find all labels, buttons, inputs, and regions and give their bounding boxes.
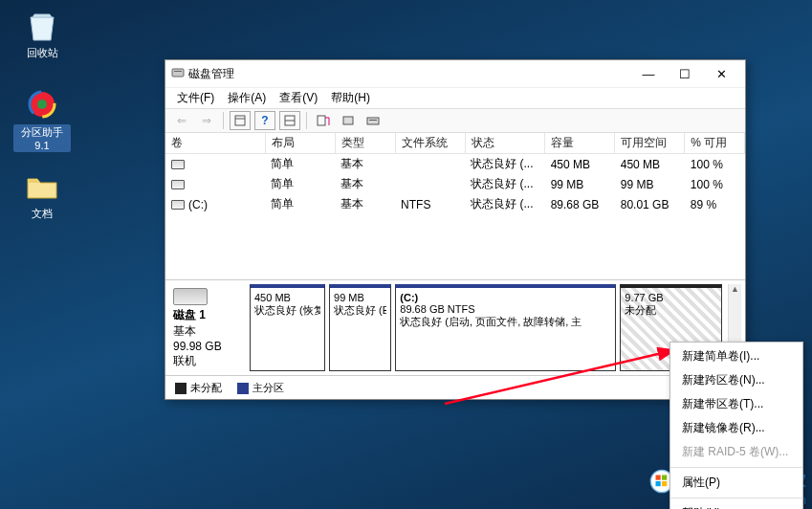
svg-rect-19: [662, 481, 667, 486]
col-free[interactable]: 可用空间: [615, 133, 685, 154]
app-icon: [171, 66, 185, 82]
disk-icon: [173, 288, 208, 305]
toolbar-btn-6[interactable]: [362, 111, 384, 130]
menu-file[interactable]: 文件(F): [177, 90, 214, 106]
desktop-icon-partition-assistant[interactable]: 分区助手 9.1: [13, 86, 71, 152]
svg-rect-16: [655, 476, 660, 480]
desktop-icon-label: 回收站: [13, 46, 71, 60]
disk-status: 联机: [173, 353, 240, 369]
toolbar-btn-3[interactable]: [279, 111, 300, 130]
svg-rect-4: [172, 69, 184, 77]
col-layout[interactable]: 布局: [265, 133, 335, 154]
titlebar[interactable]: 磁盘管理 — ☐ ✕: [165, 60, 745, 87]
svg-rect-13: [369, 120, 377, 121]
svg-rect-5: [174, 71, 182, 72]
forward-button[interactable]: ⇒: [196, 111, 217, 130]
table-row[interactable]: (C:)简单基本NTFS状态良好 (...89.68 GB80.01 GB89 …: [165, 194, 745, 214]
toolbar: ⇐ ⇒ ?: [165, 108, 745, 133]
disk-info[interactable]: 磁盘 1 基本 99.98 GB 联机: [169, 284, 244, 371]
partition-primary[interactable]: (C:)89.68 GB NTFS状态良好 (启动, 页面文件, 故障转储, 主: [395, 284, 616, 371]
svg-rect-12: [367, 118, 379, 124]
disk-label: 磁盘 1: [173, 307, 240, 323]
toolbar-btn-help[interactable]: ?: [254, 111, 275, 130]
desktop-icon-documents[interactable]: 文档: [13, 168, 71, 221]
desktop-icon-recycle-bin[interactable]: 回收站: [13, 8, 71, 60]
table-row[interactable]: 简单基本状态良好 (...99 MB99 MB100 %: [165, 174, 745, 194]
volume-table: 卷 布局 类型 文件系统 状态 容量 可用空间 % 可用 简单基本状态良好 (.…: [165, 133, 745, 214]
desktop-icon-label: 分区助手 9.1: [13, 124, 71, 152]
context-menu-item: 新建 RAID-5 卷(W)...: [670, 440, 802, 464]
context-menu-item[interactable]: 新建镜像卷(R)...: [670, 416, 802, 440]
context-menu-item[interactable]: 新建跨区卷(N)...: [670, 368, 802, 392]
col-capacity[interactable]: 容量: [545, 133, 615, 154]
disk-size: 99.98 GB: [173, 340, 240, 353]
context-menu: 新建简单卷(I)...新建跨区卷(N)...新建带区卷(T)...新建镜像卷(R…: [669, 342, 803, 509]
toolbar-btn-1[interactable]: [230, 111, 251, 130]
desktop-icon-label: 文档: [13, 207, 71, 221]
svg-rect-11: [343, 117, 353, 124]
toolbar-btn-5[interactable]: [338, 111, 359, 130]
context-menu-item[interactable]: 新建带区卷(T)...: [670, 392, 802, 416]
scroll-up-icon[interactable]: ▲: [731, 284, 739, 294]
context-menu-item[interactable]: 新建简单卷(I)...: [670, 344, 802, 368]
menu-view[interactable]: 查看(V): [279, 90, 318, 106]
svg-rect-10: [318, 116, 325, 125]
col-status[interactable]: 状态: [465, 133, 545, 154]
context-menu-item[interactable]: 帮助(H): [670, 501, 802, 509]
disk-type: 基本: [173, 323, 240, 340]
disk-management-window: 磁盘管理 — ☐ ✕ 文件(F) 操作(A) 查看(V) 帮助(H) ⇐ ⇒ ?: [165, 59, 746, 400]
context-menu-item[interactable]: 属性(P): [670, 471, 802, 495]
col-filesystem[interactable]: 文件系统: [395, 133, 465, 154]
partition-primary[interactable]: 99 MB状态良好 (EFI: [329, 284, 391, 371]
svg-rect-6: [235, 116, 245, 125]
svg-rect-18: [655, 481, 660, 486]
legend-unallocated: 未分配: [175, 381, 222, 395]
volume-list[interactable]: 卷 布局 类型 文件系统 状态 容量 可用空间 % 可用 简单基本状态良好 (.…: [165, 133, 745, 280]
partition-assistant-icon: [24, 86, 60, 122]
menubar: 文件(F) 操作(A) 查看(V) 帮助(H): [165, 87, 745, 108]
menu-help[interactable]: 帮助(H): [331, 90, 370, 106]
close-button[interactable]: ✕: [703, 63, 739, 84]
minimize-button[interactable]: —: [630, 63, 667, 84]
legend: 未分配 主分区: [165, 376, 745, 399]
partitions-row: 450 MB状态良好 (恢复分区99 MB状态良好 (EFI(C:)89.68 …: [250, 284, 722, 371]
toolbar-btn-4[interactable]: [313, 111, 334, 130]
svg-rect-17: [662, 476, 667, 480]
table-row[interactable]: 简单基本状态良好 (...450 MB450 MB100 %: [165, 154, 745, 175]
col-volume[interactable]: 卷: [165, 133, 265, 154]
col-type[interactable]: 类型: [335, 133, 395, 154]
graphical-view: 磁盘 1 基本 99.98 GB 联机 450 MB状态良好 (恢复分区99 M…: [165, 280, 745, 376]
maximize-button[interactable]: ☐: [667, 63, 703, 84]
recycle-bin-icon: [24, 8, 60, 44]
back-button[interactable]: ⇐: [171, 111, 192, 130]
col-pct-free[interactable]: % 可用: [685, 133, 745, 154]
partition-primary[interactable]: 450 MB状态良好 (恢复分区: [250, 284, 325, 371]
menu-action[interactable]: 操作(A): [228, 90, 266, 106]
legend-primary: 主分区: [237, 381, 284, 395]
window-title: 磁盘管理: [188, 66, 234, 82]
folder-icon: [24, 168, 60, 205]
svg-point-3: [37, 100, 47, 109]
